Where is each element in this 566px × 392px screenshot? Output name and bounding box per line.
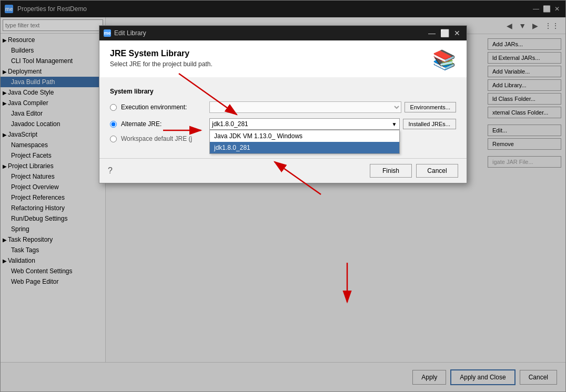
workspace-default-radio[interactable] [110, 136, 117, 142]
dialog-app-icon: me [104, 29, 111, 37]
workspace-default-label: Workspace default JRE (j [121, 135, 205, 142]
jre-option-2[interactable]: jdk1.8.0_281 [210, 142, 399, 153]
execution-env-input-wrapper: Environments... [209, 101, 456, 113]
alternate-jre-radio[interactable] [110, 121, 117, 128]
system-library-label: System library [110, 88, 456, 95]
dialog-heading: JRE System Library [110, 49, 213, 58]
dialog-title: Edit Library [114, 29, 146, 37]
dialog-body: System library Execution environment: En… [99, 77, 467, 158]
dialog-minimize-button[interactable]: — [427, 28, 437, 38]
installed-jres-button[interactable]: Installed JREs... [403, 119, 456, 129]
alternate-jre-label: Alternate JRE: [121, 120, 205, 128]
jre-dropdown-list: Java JDK VM 1.13.0_ Windows jdk1.8.0_281 [209, 130, 400, 154]
jre-option-1[interactable]: Java JDK VM 1.13.0_ Windows [210, 130, 399, 142]
jre-selected-value: jdk1.8.0_281 [212, 120, 248, 128]
dialog-cancel-button[interactable]: Cancel [416, 164, 458, 178]
dialog-footer-buttons: Finish Cancel [370, 164, 458, 178]
dialog-header-text: JRE System Library Select JRE for the pr… [110, 49, 213, 68]
alternate-jre-input-wrapper: jdk1.8.0_281 ▼ Java JDK VM 1.13.0_ Windo… [209, 118, 456, 130]
books-icon: 📚 [432, 49, 456, 71]
dialog-header: JRE System Library Select JRE for the pr… [99, 40, 467, 77]
dialog-window-controls: — ⬜ ✕ [427, 28, 462, 38]
dialog-subheading: Select JRE for the project build path. [110, 60, 213, 68]
dialog-titlebar-left: me Edit Library [104, 29, 146, 37]
dialog-restore-button[interactable]: ⬜ [439, 28, 450, 38]
jre-dropdown-selected[interactable]: jdk1.8.0_281 ▼ [209, 118, 400, 130]
environments-button[interactable]: Environments... [405, 102, 456, 112]
modal-overlay: me Edit Library — ⬜ ✕ JRE System Library… [0, 0, 566, 392]
edit-library-dialog: me Edit Library — ⬜ ✕ JRE System Library… [99, 25, 467, 183]
dialog-close-button[interactable]: ✕ [452, 28, 462, 38]
jre-dropdown-wrapper: jdk1.8.0_281 ▼ Java JDK VM 1.13.0_ Windo… [209, 118, 400, 130]
execution-env-row: Execution environment: Environments... [110, 101, 456, 113]
dropdown-arrow-icon: ▼ [392, 121, 397, 127]
main-window: me Properties for RestDemo — ⬜ ✕ ▶Resour… [0, 0, 566, 392]
finish-button[interactable]: Finish [370, 164, 412, 178]
execution-env-select[interactable] [209, 101, 401, 113]
execution-env-label: Execution environment: [121, 104, 205, 111]
dialog-titlebar: me Edit Library — ⬜ ✕ [99, 26, 467, 40]
dialog-footer: ? Finish Cancel [99, 158, 467, 183]
dialog-help-icon[interactable]: ? [108, 166, 113, 176]
execution-env-radio[interactable] [110, 104, 117, 111]
alternate-jre-row: Alternate JRE: jdk1.8.0_281 ▼ Java JDK V… [110, 118, 456, 130]
